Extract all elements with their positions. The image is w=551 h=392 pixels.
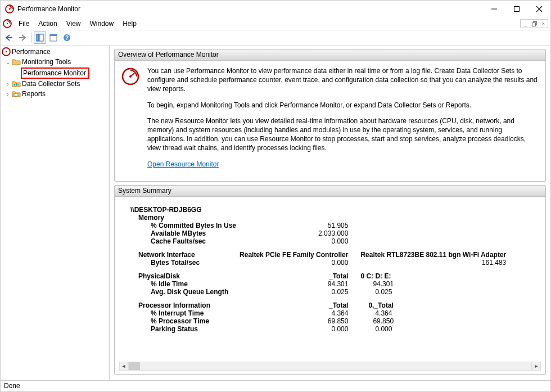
app-icon-small (3, 19, 12, 28)
svg-point-8 (7, 23, 8, 24)
disk-col2: 0 C: D: E: (351, 272, 509, 280)
tree-node-performance[interactable]: Performance (2, 47, 108, 57)
back-button[interactable] (3, 31, 15, 44)
titlebar: Performance Monitor (1, 1, 550, 17)
system-summary-panel: System Summary \\DESKTOP-RDJB6GG Memory … (114, 185, 546, 375)
overview-text-1: You can use Performance Monitor to view … (147, 66, 539, 94)
forward-button[interactable] (16, 31, 29, 44)
scroll-track[interactable] (128, 362, 532, 371)
svg-rect-23 (14, 93, 18, 96)
metric-label: Available MBytes (130, 229, 240, 237)
tree-node-performance-monitor[interactable]: Performance Monitor (21, 67, 89, 79)
overview-icon (121, 67, 139, 85)
window-title: Performance Monitor (17, 5, 483, 13)
metric-value: 68.263 (509, 317, 545, 325)
menu-help[interactable]: Help (118, 19, 141, 29)
tree-label: Reports (22, 90, 46, 98)
mdi-minimize-button[interactable]: _ (521, 20, 530, 28)
net-col2: Realtek RTL8723BE 802.11 bgn Wi-Fi Adapt… (351, 251, 509, 259)
menu-file[interactable]: File (14, 19, 34, 29)
toolbar: ? (1, 30, 550, 46)
folder-icon (12, 57, 21, 66)
scroll-thumb[interactable] (129, 362, 140, 370)
host-name: \\DESKTOP-RDJB6GG (130, 206, 545, 214)
menu-view[interactable]: View (62, 19, 85, 29)
app-icon (5, 4, 14, 13)
status-bar: Done (1, 380, 550, 391)
expand-icon[interactable]: › (4, 91, 12, 97)
metric-value: 0.000 (240, 325, 351, 333)
metric-value: 69.850 (240, 317, 351, 325)
close-button[interactable] (528, 1, 550, 17)
svg-rect-21 (16, 83, 17, 85)
metric-value: 69.850 (351, 317, 509, 325)
mdi-restore-button[interactable] (530, 20, 539, 28)
main-panel: Overview of Performance Monitor You can … (110, 46, 550, 380)
mdi-close-button[interactable]: × (539, 20, 548, 28)
metric-label: % Processor Time (130, 317, 240, 325)
metric-value: 51.905 (240, 222, 351, 229)
metric-label: % Idle Time (130, 280, 240, 288)
minimize-button[interactable] (483, 1, 505, 17)
metric-value: 161.483 (351, 259, 509, 267)
metric-value: 2,033.000 (240, 229, 351, 237)
metric-value: 0.000 (509, 309, 545, 317)
tree-label: Data Collector Sets (22, 80, 80, 88)
tree-node-monitoring-tools[interactable]: ⌄ Monitoring Tools (2, 57, 108, 67)
memory-label: Memory (130, 214, 545, 222)
metric-value: 94.301 (240, 280, 351, 288)
show-hide-tree-button[interactable] (34, 31, 46, 44)
scroll-right-button[interactable]: ► (532, 362, 541, 371)
mdi-controls: _ × (520, 19, 548, 28)
metric-value: 94.301 (351, 280, 509, 288)
folder-icon (12, 79, 21, 88)
maximize-button[interactable] (505, 1, 528, 17)
metric-value: 4.364 (351, 309, 509, 317)
metric-value: 0.025 (351, 288, 509, 296)
scroll-left-button[interactable]: ◄ (119, 362, 128, 371)
expand-icon[interactable]: ⌄ (4, 59, 12, 65)
expand-icon[interactable]: › (4, 81, 12, 87)
metric-value: 0.000 (240, 237, 351, 245)
svg-rect-22 (17, 84, 19, 85)
proc-col3: 0,0 (509, 301, 545, 309)
horizontal-scrollbar[interactable]: ◄ ► (119, 362, 541, 371)
svg-rect-4 (514, 7, 520, 12)
overview-header: Overview of Performance Monitor (115, 49, 545, 61)
perfmon-root-icon (2, 47, 11, 56)
tree-label: Monitoring Tools (22, 58, 71, 66)
metric-label: % Committed Bytes In Use (130, 222, 240, 229)
tree-label: Performance Monitor (23, 69, 88, 77)
metric-value: 4.364 (240, 309, 351, 317)
content-area: Performance ⌄ Monitoring Tools Performan… (1, 46, 550, 380)
metric-value: 0.000 (351, 325, 509, 333)
metric-label: Parking Status (130, 325, 240, 333)
overview-text-2: To begin, expand Monitoring Tools and cl… (147, 101, 539, 110)
reports-icon (12, 89, 21, 98)
disk-col1: _Total (240, 272, 351, 280)
tree-node-reports[interactable]: › Reports (2, 89, 108, 99)
menu-action[interactable]: Action (34, 19, 61, 29)
tree-label: Performance (12, 48, 51, 56)
svg-rect-14 (50, 34, 57, 36)
svg-rect-20 (14, 84, 15, 85)
metric-label: Cache Faults/sec (130, 237, 240, 245)
metric-value: 0.000 (509, 325, 545, 333)
help-button[interactable]: ? (61, 31, 73, 44)
svg-rect-12 (39, 34, 43, 41)
properties-button[interactable] (47, 31, 60, 44)
navigation-tree[interactable]: Performance ⌄ Monitoring Tools Performan… (1, 46, 110, 380)
svg-rect-10 (532, 22, 536, 26)
open-resource-monitor-link[interactable]: Open Resource Monitor (147, 160, 219, 168)
menu-window[interactable]: Window (85, 19, 119, 29)
metric-label: Bytes Total/sec (130, 259, 240, 267)
net-col1: Realtek PCIe FE Family Controller (240, 251, 351, 259)
metric-label: Avg. Disk Queue Length (130, 288, 240, 296)
svg-point-18 (6, 51, 7, 52)
system-summary-header: System Summary (115, 186, 545, 197)
proc-col2: 0,_Total (351, 301, 509, 309)
proc-label: Processor Information (130, 301, 240, 309)
status-text: Done (4, 382, 20, 390)
svg-rect-11 (37, 34, 39, 41)
tree-node-data-collector-sets[interactable]: › Data Collector Sets (2, 79, 108, 89)
